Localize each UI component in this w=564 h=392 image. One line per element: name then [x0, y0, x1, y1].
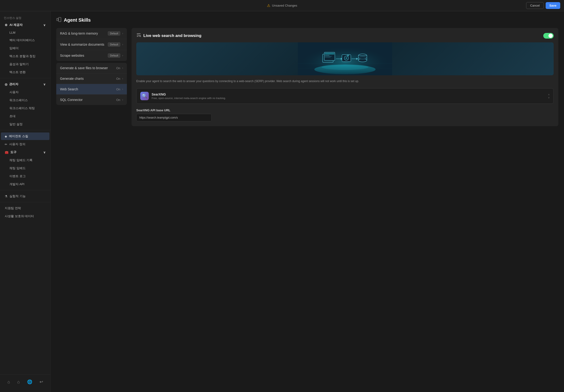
svg-point-27 — [322, 64, 369, 70]
web-search-right: On › — [116, 87, 123, 91]
sidebar-item-experimental[interactable]: ⚗ 실험적 기능 — [1, 193, 49, 200]
menu-panel: RAG & long-term memory Default › View & … — [56, 28, 127, 126]
sidebar-item-workspace[interactable]: 워크스페이스 — [1, 97, 49, 104]
rag-badge: Default — [108, 31, 120, 36]
svg-rect-0 — [57, 18, 58, 21]
menu-item-scrape[interactable]: Scrape websites Default › — [56, 50, 127, 61]
sidebar-item-support[interactable]: 지원팀 연락 — [1, 204, 49, 212]
chat-embed-label: 채팅 임베드 — [9, 166, 26, 170]
sidebar-item-chat-embed-log[interactable]: 채팅 임베드 기록 — [1, 156, 49, 164]
menu-item-generate-save[interactable]: Generate & save files to browser On › — [56, 63, 127, 73]
svg-rect-12 — [325, 55, 330, 56]
sidebar-item-general-settings[interactable]: 일반 설정 — [1, 120, 49, 128]
svg-rect-14 — [325, 57, 331, 57]
detail-title-icon — [136, 33, 141, 39]
provider-text: SearXNG Free, open-source, internet meta… — [152, 92, 226, 99]
cancel-button[interactable]: Cancel — [526, 2, 544, 9]
sidebar-item-vector-db[interactable]: 벡터 데이터베이스 — [1, 36, 49, 44]
vector-db-label: 벡터 데이터베이스 — [9, 38, 35, 42]
sidebar-item-voice[interactable]: 음성과 말하기 — [1, 60, 49, 68]
api-url-input[interactable] — [136, 114, 212, 121]
ai-provider-section-icon: ⚙ AI 제공자 — [5, 23, 23, 27]
tools-section-icon: 🧰 도구 — [5, 150, 16, 154]
sidebar-item-users[interactable]: 사용자 — [1, 88, 49, 96]
chevron-down-icon-tools: ∨ — [43, 151, 46, 154]
sidebar-item-event-log[interactable]: 이벤트 로그 — [1, 172, 49, 180]
menu-item-sql-connector[interactable]: SQL Connector On › — [56, 95, 127, 105]
api-field-label: SearXNG API base URL — [136, 109, 554, 112]
sidebar-item-chat-embed[interactable]: 채팅 임베드 — [1, 165, 49, 172]
gear-icon: ⚙ — [5, 23, 8, 27]
instance-settings-label: 인스턴스 설정 — [0, 14, 50, 21]
svg-rect-11 — [325, 53, 335, 55]
agent-skills-icon: ◈ — [5, 135, 7, 138]
llm-label: LLM — [9, 31, 15, 34]
admin-section-icon: ◎ 관리자 — [5, 82, 18, 86]
users-label: 사용자 — [9, 90, 19, 94]
ai-provider-label: AI 제공자 — [9, 23, 23, 27]
sidebar-item-embed[interactable]: 임베더 — [1, 44, 49, 52]
sidebar-divider-3 — [0, 190, 50, 190]
unsaved-changes-banner: ⚠ Unsaved Changes — [267, 3, 297, 8]
event-log-label: 이벤트 로그 — [9, 174, 26, 178]
menu-item-rag[interactable]: RAG & long-term memory Default › — [56, 28, 127, 39]
menu-item-generate-charts[interactable]: Generate charts On › — [56, 73, 127, 84]
provider-expand-chevrons: ∧ ∨ — [548, 93, 550, 99]
svg-point-26 — [358, 57, 367, 59]
sidebar-section-tools[interactable]: 🧰 도구 ∨ — [1, 148, 49, 156]
nav-home1-button[interactable]: ⌂ — [6, 378, 11, 385]
detail-description: Enable your agent to search the web to a… — [136, 79, 554, 84]
provider-search-icon: 🔍 — [142, 93, 147, 98]
sidebar-divider-4 — [0, 202, 50, 202]
admin-icon: ◎ — [5, 83, 7, 86]
web-search-status: On — [116, 87, 120, 91]
svg-rect-13 — [325, 56, 332, 56]
sql-connector-label: SQL Connector — [60, 98, 83, 102]
text-split-label: 텍스트 분할과 청킹 — [9, 54, 36, 58]
menu-item-view-summarize[interactable]: View & summarize documents Default › — [56, 39, 127, 50]
svg-rect-20 — [347, 55, 349, 56]
chat-embed-log-label: 채팅 임베드 기록 — [9, 158, 32, 162]
content-columns: RAG & long-term memory Default › View & … — [56, 28, 558, 126]
chevron-down-icon-admin: ∨ — [43, 83, 46, 86]
tools-icon: 🧰 — [5, 151, 8, 154]
sidebar-item-dev-api[interactable]: 개발자 API — [1, 181, 49, 188]
admin-label: 관리자 — [9, 82, 18, 86]
sidebar-item-user-definition[interactable]: ✏ 사용자 정의 — [1, 140, 49, 148]
provider-card[interactable]: 🔍 SearXNG Free, open-source, internet me… — [136, 88, 554, 104]
detail-title: Live web search and browsing — [143, 33, 201, 38]
sidebar-section-ai-provider[interactable]: ⚙ AI 제공자 ∨ — [1, 21, 49, 29]
tools-label: 도구 — [10, 150, 16, 154]
menu-item-web-search[interactable]: Web Search On › — [56, 84, 127, 95]
page-title: Agent Skills — [64, 17, 91, 23]
scrape-item-right: Default › — [108, 53, 123, 58]
sidebar-item-privacy[interactable]: 사생활 보호와 데이터 — [1, 212, 49, 220]
sidebar-item-text-split[interactable]: 텍스트 분할과 청킹 — [1, 53, 49, 60]
scrape-chevron-icon: › — [122, 54, 123, 57]
general-settings-label: 일반 설정 — [9, 122, 23, 126]
generate-save-right: On › — [116, 66, 123, 70]
view-summarize-item-label: View & summarize documents — [60, 42, 104, 46]
nav-globe-button[interactable]: 🌐 — [26, 378, 33, 385]
sidebar-item-llm[interactable]: LLM — [1, 29, 49, 36]
invite-label: 초대 — [9, 114, 15, 118]
nav-home2-button[interactable]: ⌂ — [16, 378, 21, 385]
live-web-search-toggle[interactable] — [543, 33, 554, 39]
sidebar-item-agent-skills[interactable]: ◈ 에이전트 스킬 — [1, 132, 49, 140]
sidebar-item-workspace-chat[interactable]: 워크스페이스 채팅 — [1, 104, 49, 112]
generate-charts-chevron-icon: › — [122, 77, 123, 80]
sidebar-bottom-nav: ⌂ ⌂ 🌐 ↩ — [0, 374, 50, 389]
nav-back-button[interactable]: ↩ — [39, 378, 44, 385]
menu-group-1: RAG & long-term memory Default › View & … — [56, 28, 127, 61]
web-search-chevron-icon: › — [122, 87, 123, 91]
chevron-up-icon: ∧ — [548, 93, 550, 96]
sidebar-item-text-convert[interactable]: 텍스트 변환 — [1, 69, 49, 76]
generate-save-status: On — [116, 66, 120, 70]
scrape-badge: Default — [108, 53, 120, 58]
sidebar-section-admin[interactable]: ◎ 관리자 ∨ — [1, 81, 49, 88]
save-button[interactable]: Save — [546, 2, 560, 9]
menu-group-2: Generate & save files to browser On › Ge… — [56, 63, 127, 105]
sidebar-item-invite[interactable]: 초대 — [1, 112, 49, 120]
topbar: ⚠ Unsaved Changes Cancel Save — [0, 0, 564, 11]
embed-label: 임베더 — [9, 46, 19, 50]
